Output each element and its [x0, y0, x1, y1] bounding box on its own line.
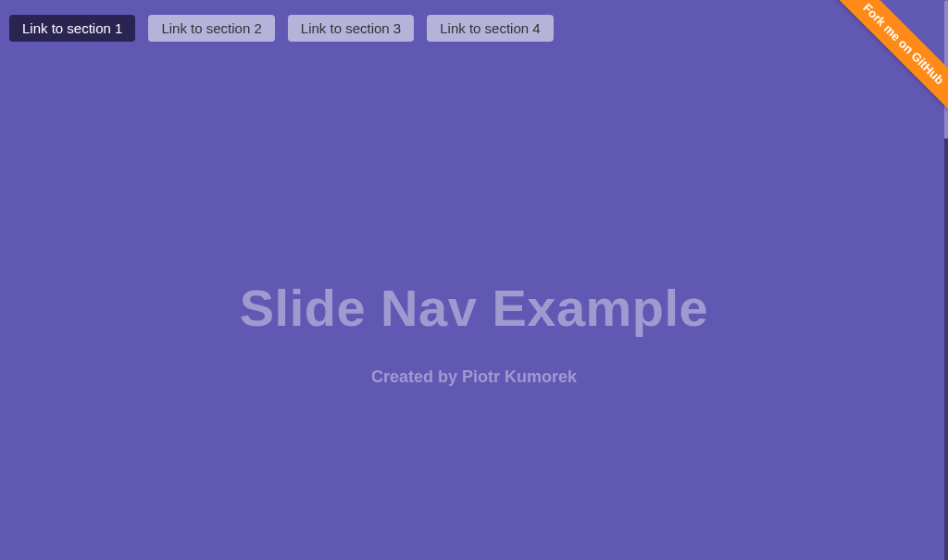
hero-title: Slide Nav Example	[0, 278, 948, 338]
hero-section: Slide Nav Example Created by Piotr Kumor…	[0, 278, 948, 387]
nav-link-section-3[interactable]: Link to section 3	[288, 15, 414, 42]
nav-link-section-4[interactable]: Link to section 4	[427, 15, 553, 42]
section-nav: Link to section 1 Link to section 2 Link…	[9, 15, 554, 42]
nav-link-section-1[interactable]: Link to section 1	[9, 15, 135, 42]
nav-link-section-2[interactable]: Link to section 2	[148, 15, 274, 42]
hero-subtitle: Created by Piotr Kumorek	[0, 367, 948, 387]
github-ribbon[interactable]: Fork me on GitHub	[821, 0, 948, 126]
